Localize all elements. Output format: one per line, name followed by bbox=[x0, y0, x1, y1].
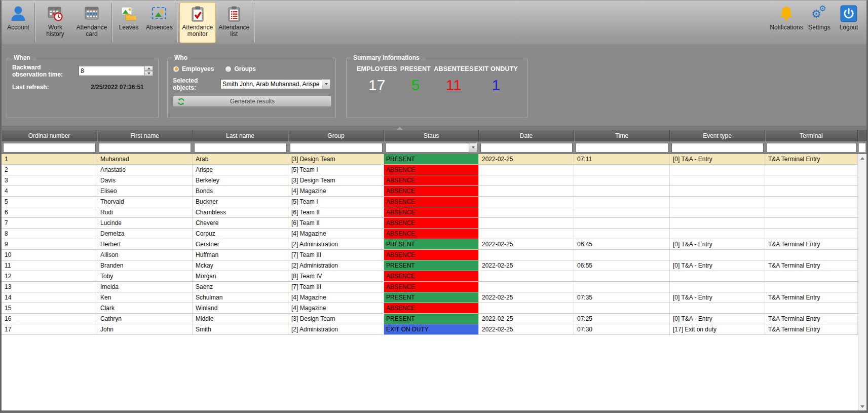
cell-group[interactable]: [5] Team I bbox=[288, 165, 384, 175]
cell-last-name[interactable]: Morgan bbox=[193, 271, 288, 281]
cell-group[interactable]: [3] Design Team bbox=[288, 154, 384, 164]
cell-event-type[interactable] bbox=[670, 197, 765, 207]
employees-radio[interactable] bbox=[173, 66, 179, 72]
cell-ordinal-number[interactable]: 8 bbox=[2, 229, 97, 239]
cell-first-name[interactable]: Clark bbox=[97, 303, 193, 313]
cell-event-type[interactable] bbox=[670, 186, 765, 196]
toolbar-button-attendance-list[interactable]: Attendance list bbox=[216, 2, 252, 43]
cell-date[interactable]: 2022-02-25 bbox=[479, 260, 574, 271]
cell-time[interactable] bbox=[574, 207, 670, 217]
cell-ordinal-number[interactable]: 14 bbox=[2, 292, 97, 303]
cell-date[interactable] bbox=[479, 218, 574, 228]
cell-ordinal-number[interactable]: 4 bbox=[2, 186, 97, 196]
cell-ordinal-number[interactable]: 10 bbox=[2, 250, 97, 260]
table-row[interactable]: 4EliseoBonds[4] MagazineABSENCE bbox=[2, 186, 858, 197]
cell-staus[interactable]: PRESENT bbox=[384, 239, 479, 249]
column-header-ordinal-number[interactable]: Ordinal number bbox=[2, 130, 97, 141]
cell-group[interactable]: [3] Design Team bbox=[288, 314, 384, 324]
cell-event-type[interactable] bbox=[670, 229, 765, 239]
cell-event-type[interactable] bbox=[670, 175, 765, 185]
cell-time[interactable] bbox=[574, 218, 670, 228]
cell-time[interactable]: 07:11 bbox=[574, 154, 670, 164]
cell-first-name[interactable]: Rudi bbox=[97, 207, 193, 217]
cell-group[interactable]: [2] Administration bbox=[288, 239, 384, 249]
table-row[interactable]: 9HerbertGerstner[2] AdministrationPRESEN… bbox=[2, 239, 858, 250]
cell-group[interactable]: [4] Magazine bbox=[288, 186, 384, 196]
cell-first-name[interactable]: Toby bbox=[97, 271, 193, 281]
cell-ordinal-number[interactable]: 7 bbox=[2, 218, 97, 228]
cell-staus[interactable]: PRESENT bbox=[384, 154, 479, 164]
selected-objects-dropdown-button[interactable] bbox=[322, 79, 330, 89]
cell-last-name[interactable]: Bonds bbox=[193, 186, 288, 196]
cell-terminal[interactable] bbox=[765, 175, 858, 185]
cell-event-type[interactable]: [0] T&A - Entry bbox=[670, 154, 765, 164]
cell-last-name[interactable]: Smith bbox=[193, 324, 288, 334]
column-header-terminal[interactable]: Terminal bbox=[765, 130, 858, 141]
cell-event-type[interactable] bbox=[670, 271, 765, 281]
cell-date[interactable] bbox=[479, 197, 574, 207]
cell-time[interactable]: 07:25 bbox=[574, 314, 670, 324]
cell-ordinal-number[interactable]: 17 bbox=[2, 324, 97, 334]
cell-group[interactable]: [4] Magazine bbox=[288, 229, 384, 239]
cell-staus[interactable]: ABSENCE bbox=[384, 282, 479, 292]
cell-terminal[interactable] bbox=[765, 250, 858, 260]
cell-last-name[interactable]: Gerstner bbox=[193, 239, 288, 249]
cell-ordinal-number[interactable]: 11 bbox=[2, 260, 97, 271]
toolbar-button-notifications[interactable]: Notifications bbox=[768, 2, 805, 43]
cell-last-name[interactable]: Corpuz bbox=[193, 229, 288, 239]
panel-splitter[interactable] bbox=[2, 126, 866, 130]
column-header-group[interactable]: Group bbox=[288, 130, 384, 141]
cell-date[interactable] bbox=[479, 186, 574, 196]
cell-group[interactable]: [5] Team I bbox=[288, 197, 384, 207]
cell-time[interactable]: 06:45 bbox=[574, 239, 670, 249]
cell-date[interactable] bbox=[479, 207, 574, 217]
cell-event-type[interactable]: [0] T&A - Entry bbox=[670, 292, 765, 303]
filter-input-time[interactable] bbox=[576, 143, 668, 153]
toolbar-button-settings[interactable]: ⚙⚙ Settings bbox=[805, 2, 834, 43]
cell-date[interactable]: 2022-02-25 bbox=[479, 292, 574, 303]
cell-first-name[interactable]: Lucinde bbox=[97, 218, 193, 228]
cell-staus[interactable]: ABSENCE bbox=[384, 303, 479, 313]
column-header-date[interactable]: Date bbox=[479, 130, 574, 141]
cell-last-name[interactable]: Winland bbox=[193, 303, 288, 313]
table-row[interactable]: 7LucindeChevere[6] Team IIABSENCE bbox=[2, 218, 858, 229]
cell-event-type[interactable] bbox=[670, 303, 765, 313]
cell-group[interactable]: [2] Administration bbox=[288, 260, 384, 271]
cell-event-type[interactable] bbox=[670, 250, 765, 260]
cell-first-name[interactable]: Davis bbox=[97, 175, 193, 185]
table-row[interactable]: 8DemelzaCorpuz[4] MagazineABSENCE bbox=[2, 229, 858, 239]
filter-input-group[interactable] bbox=[290, 143, 383, 153]
cell-staus[interactable]: ABSENCE bbox=[384, 175, 479, 185]
cell-ordinal-number[interactable]: 2 bbox=[2, 165, 97, 175]
cell-ordinal-number[interactable]: 13 bbox=[2, 282, 97, 292]
cell-event-type[interactable] bbox=[670, 165, 765, 175]
cell-event-type[interactable] bbox=[670, 207, 765, 217]
spinner-up-button[interactable] bbox=[144, 66, 153, 71]
cell-staus[interactable]: ABSENCE bbox=[384, 218, 479, 228]
groups-radio[interactable] bbox=[225, 66, 232, 72]
toolbar-button-leaves[interactable]: Leaves bbox=[114, 2, 143, 43]
cell-terminal[interactable]: T&A Terminal Entry bbox=[765, 314, 858, 324]
filter-input-first-name[interactable] bbox=[99, 143, 191, 153]
cell-staus[interactable]: ABSENCE bbox=[384, 165, 479, 175]
cell-time[interactable]: 07:30 bbox=[574, 324, 670, 334]
scrollbar-track[interactable] bbox=[858, 162, 866, 402]
toolbar-button-logout[interactable]: Logout bbox=[834, 2, 863, 43]
cell-staus[interactable]: PRESENT bbox=[384, 260, 479, 271]
cell-staus[interactable]: PRESENT bbox=[384, 292, 479, 303]
cell-first-name[interactable]: Demelza bbox=[97, 229, 193, 239]
table-row[interactable]: 16CathrynMiddle[3] Design TeamPRESENT202… bbox=[2, 314, 858, 324]
cell-last-name[interactable]: Schulman bbox=[193, 292, 288, 303]
cell-ordinal-number[interactable]: 6 bbox=[2, 207, 97, 217]
scroll-down-button[interactable] bbox=[858, 402, 866, 410]
cell-date[interactable] bbox=[479, 271, 574, 281]
toolbar-button-attendance-monitor[interactable]: Attendance monitor bbox=[179, 2, 216, 43]
cell-first-name[interactable]: Ken bbox=[97, 292, 193, 303]
cell-terminal[interactable] bbox=[765, 165, 858, 175]
cell-date[interactable]: 2022-02-25 bbox=[479, 239, 574, 249]
cell-terminal[interactable]: T&A Terminal Entry bbox=[765, 260, 858, 271]
spinner-down-button[interactable] bbox=[144, 71, 153, 76]
filter-input-staus[interactable] bbox=[386, 143, 469, 153]
splitter-collapse-icon[interactable] bbox=[397, 127, 403, 130]
cell-last-name[interactable]: Berkeley bbox=[193, 175, 288, 185]
